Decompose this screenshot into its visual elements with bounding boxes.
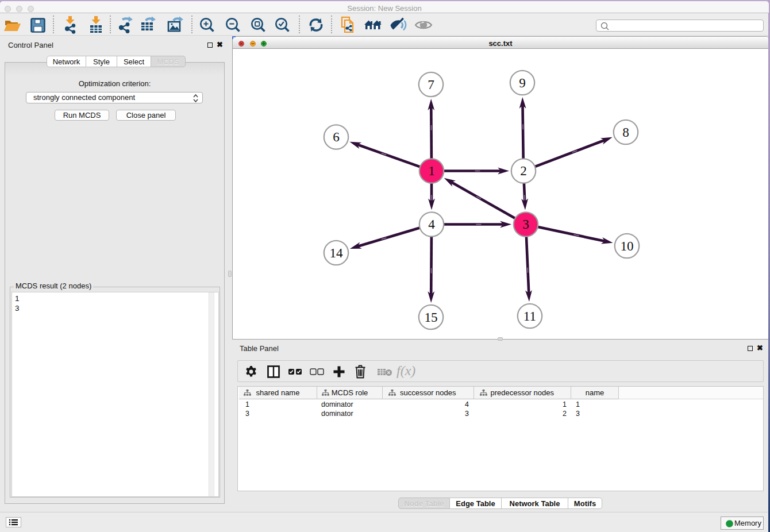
svg-text:15: 15 xyxy=(424,310,437,325)
svg-text:14: 14 xyxy=(329,245,343,260)
svg-text:8: 8 xyxy=(622,125,629,140)
svg-text:4: 4 xyxy=(428,217,435,232)
svg-text:2: 2 xyxy=(520,163,527,178)
svg-text:3: 3 xyxy=(522,217,529,232)
svg-text:6: 6 xyxy=(333,129,340,144)
svg-text:1: 1 xyxy=(428,163,435,178)
svg-text:7: 7 xyxy=(428,77,434,92)
svg-text:10: 10 xyxy=(620,238,633,253)
svg-text:9: 9 xyxy=(519,75,526,90)
svg-text:11: 11 xyxy=(523,309,536,323)
